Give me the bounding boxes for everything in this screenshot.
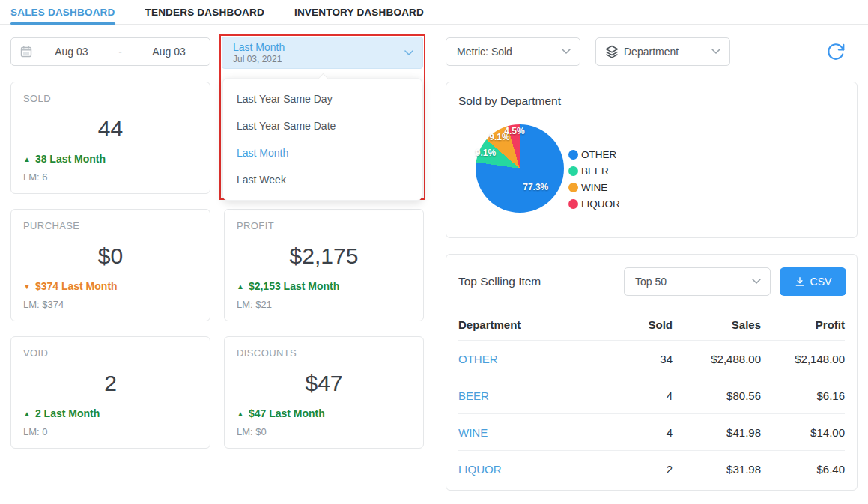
trend-arrow-icon: ▲ <box>23 410 31 418</box>
refresh-icon <box>826 42 850 61</box>
stat-card-sold: SOLD 44 ▲ 38 Last Month LM: 6 <box>10 82 210 194</box>
trend-arrow-icon: ▲ <box>23 155 31 163</box>
top-selling-card: Top Selling Item Top 50 CSV Department S… <box>446 254 858 491</box>
trend-arrow-icon: ▲ <box>237 410 244 418</box>
stat-delta: ▲ $47 Last Month <box>237 407 325 419</box>
stat-lm-text: LM: $21 <box>237 299 272 310</box>
stat-label: DISCOUNTS <box>237 347 411 359</box>
top-selling-table: Department Sold Sales Profit OTHER 34 $2… <box>446 309 857 487</box>
stat-lm-text: LM: $0 <box>237 426 267 437</box>
grouping-select-value: Department <box>624 46 706 58</box>
sold-by-department-card: Sold by Department 77.3%9.1%9.1%4.5% OTH… <box>446 82 858 238</box>
menu-item-last-week[interactable]: Last Week <box>223 166 422 193</box>
legend-item[interactable]: OTHER <box>568 148 620 161</box>
date-to-value[interactable]: Aug 03 <box>152 46 185 58</box>
profit-cell: $2,148.00 <box>761 353 845 365</box>
compare-period-select[interactable]: Last Month Jul 03, 2021 <box>222 37 423 69</box>
stat-delta: ▲ 2 Last Month <box>23 407 100 419</box>
tab-inventory-dashboard[interactable]: INVENTORY DASHBOARD <box>294 0 424 24</box>
sales-cell: $80.56 <box>673 389 761 402</box>
stat-label: SOLD <box>23 93 198 104</box>
pie-chart[interactable]: 77.3%9.1%9.1%4.5% <box>476 124 564 213</box>
sales-cell: $2,488.00 <box>673 353 761 365</box>
chevron-down-icon <box>711 49 720 55</box>
menu-item-last-year-same-day[interactable]: Last Year Same Day <box>223 85 422 112</box>
pie-legend: OTHER BEER WINE LIQUOR <box>568 148 620 210</box>
stat-label: PROFIT <box>237 220 411 231</box>
department-link[interactable]: OTHER <box>458 353 598 365</box>
csv-button-label: CSV <box>810 276 832 288</box>
column-header-sales[interactable]: Sales <box>673 318 761 331</box>
metric-select[interactable]: Metric: Sold <box>446 37 580 66</box>
column-header-sold[interactable]: Sold <box>598 318 673 331</box>
tab-tenders-dashboard[interactable]: TENDERS DASHBOARD <box>145 0 264 24</box>
metric-select-value: Metric: Sold <box>457 46 562 58</box>
department-link[interactable]: BEER <box>458 389 598 402</box>
column-header-profit[interactable]: Profit <box>761 318 845 331</box>
table-header-row: Department Sold Sales Profit <box>458 309 845 340</box>
download-icon <box>795 276 805 287</box>
table-row: LIQUOR 2 $31.98 $6.40 <box>458 450 845 487</box>
stat-value: $47 <box>237 371 411 396</box>
sold-cell: 34 <box>598 353 673 365</box>
profit-cell: $6.16 <box>761 389 845 402</box>
profit-cell: $14.00 <box>761 426 845 439</box>
stat-delta-text: $2,153 Last Month <box>249 280 339 292</box>
stat-delta: ▲ $2,153 Last Month <box>237 280 339 292</box>
stat-value: $2,175 <box>237 243 411 269</box>
sales-cell: $41.98 <box>673 426 761 439</box>
menu-item-last-year-same-date[interactable]: Last Year Same Date <box>223 112 422 139</box>
department-link[interactable]: LIQUOR <box>458 463 598 476</box>
compare-select-subvalue: Jul 03, 2021 <box>233 54 404 64</box>
top-selling-header: Top Selling Item Top 50 CSV <box>446 255 857 309</box>
legend-item[interactable]: WINE <box>568 181 620 194</box>
tab-sales-dashboard[interactable]: SALES DASHBOARD <box>10 0 115 24</box>
grouping-select[interactable]: Department <box>595 37 730 66</box>
date-separator: - <box>118 46 122 58</box>
stat-card-discounts: DISCOUNTS $47 ▲ $47 Last Month LM: $0 <box>224 336 424 449</box>
menu-item-last-month[interactable]: Last Month <box>223 139 422 166</box>
pie-slice-label: 77.3% <box>523 182 548 192</box>
stat-lm-text: LM: $374 <box>23 299 64 310</box>
stat-value: 44 <box>23 116 198 142</box>
department-link[interactable]: WINE <box>458 426 598 439</box>
legend-dot <box>568 166 578 176</box>
compare-select-value: Last Month <box>233 41 404 54</box>
stat-card-purchase: PURCHASE $0 ▼ $374 Last Month LM: $374 <box>10 209 210 321</box>
legend-item[interactable]: BEER <box>568 165 620 177</box>
chevron-down-icon <box>404 50 413 56</box>
sales-dashboard-page: SALES DASHBOARD TENDERS DASHBOARD INVENT… <box>0 0 868 504</box>
stat-value: $0 <box>23 243 198 269</box>
trend-arrow-icon: ▲ <box>237 282 244 291</box>
trend-arrow-icon: ▼ <box>23 282 31 291</box>
stat-delta: ▲ 38 Last Month <box>23 153 106 165</box>
column-header-department[interactable]: Department <box>458 318 598 331</box>
sales-cell: $31.98 <box>673 463 761 476</box>
sold-cell: 4 <box>598 426 673 439</box>
layers-icon <box>605 45 619 58</box>
csv-export-button[interactable]: CSV <box>780 267 846 296</box>
legend-label: WINE <box>581 182 607 193</box>
profit-cell: $6.40 <box>761 463 845 476</box>
legend-label: OTHER <box>581 149 616 160</box>
stat-value: 2 <box>23 371 198 396</box>
date-range-picker[interactable]: Aug 03 - Aug 03 <box>10 37 210 66</box>
dashboard-tabbar: SALES DASHBOARD TENDERS DASHBOARD INVENT… <box>0 0 868 25</box>
date-from-value[interactable]: Aug 03 <box>55 46 88 58</box>
refresh-button[interactable] <box>826 40 850 64</box>
stat-lm-text: LM: 6 <box>23 171 48 183</box>
stat-lm-text: LM: 0 <box>23 426 48 437</box>
table-row: BEER 4 $80.56 $6.16 <box>458 377 845 413</box>
stat-label: VOID <box>23 347 198 359</box>
legend-dot <box>568 199 578 209</box>
stat-delta-text: 38 Last Month <box>35 153 106 165</box>
chart-title: Sold by Department <box>458 94 845 108</box>
top-n-select[interactable]: Top 50 <box>624 267 771 296</box>
legend-item[interactable]: LIQUOR <box>568 198 620 210</box>
legend-label: LIQUOR <box>581 198 620 210</box>
legend-dot <box>568 183 578 192</box>
legend-label: BEER <box>581 166 609 177</box>
legend-dot <box>568 150 578 160</box>
stat-delta: ▼ $374 Last Month <box>23 280 118 292</box>
sold-cell: 2 <box>598 463 673 476</box>
